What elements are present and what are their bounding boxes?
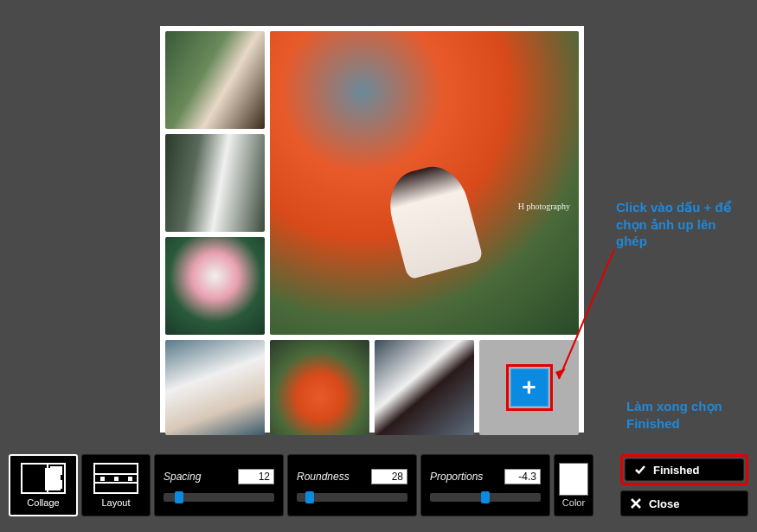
color-label: Color bbox=[562, 497, 585, 508]
annotation-highlight: + bbox=[506, 364, 553, 411]
close-icon bbox=[630, 497, 642, 510]
collage-cell-main[interactable]: H photography bbox=[270, 31, 579, 335]
color-control[interactable]: Color bbox=[554, 454, 593, 516]
add-image-button[interactable]: + bbox=[510, 369, 549, 407]
watermark-text: H photography bbox=[518, 202, 570, 211]
mode-collage-button[interactable]: Collage bbox=[9, 454, 78, 516]
slider-label: Roundness bbox=[297, 471, 350, 483]
proportions-control[interactable]: Proportions -4.3 bbox=[420, 454, 550, 516]
collage-cell[interactable] bbox=[270, 340, 369, 435]
toolbar: Collage Layout Spacing 12 Roundness 28 P… bbox=[9, 454, 748, 516]
button-label: Close bbox=[649, 497, 679, 510]
color-swatch[interactable] bbox=[559, 463, 588, 496]
spacing-value[interactable]: 12 bbox=[238, 469, 274, 484]
collage-canvas: H photography + bbox=[160, 26, 584, 433]
slider-label: Proportions bbox=[430, 471, 483, 483]
close-button[interactable]: Close bbox=[620, 490, 748, 516]
proportions-value[interactable]: -4.3 bbox=[504, 469, 541, 484]
button-label: Finished bbox=[653, 464, 699, 477]
collage-cell-empty[interactable]: + bbox=[479, 340, 579, 435]
slider-thumb[interactable] bbox=[481, 491, 490, 503]
collage-cell[interactable] bbox=[165, 31, 265, 129]
roundness-control[interactable]: Roundness 28 bbox=[287, 454, 417, 516]
slider-label: Spacing bbox=[164, 471, 201, 483]
mode-layout-button[interactable]: Layout bbox=[81, 454, 151, 516]
collage-cell[interactable] bbox=[165, 340, 265, 435]
layout-icon bbox=[93, 463, 138, 494]
annotation-tip-add: Click vào dấu + để chọn ảnh up lên ghép bbox=[616, 199, 746, 250]
annotation-highlight: Finished bbox=[620, 454, 748, 485]
collage-icon bbox=[21, 463, 66, 494]
spacing-slider[interactable] bbox=[164, 493, 274, 502]
slider-thumb[interactable] bbox=[175, 491, 183, 503]
annotation-tip-finished: Làm xong chọn Finished bbox=[626, 398, 747, 432]
finished-button[interactable]: Finished bbox=[625, 458, 744, 481]
roundness-value[interactable]: 28 bbox=[371, 469, 407, 484]
mode-label: Layout bbox=[101, 497, 130, 508]
action-buttons: Finished Close bbox=[620, 454, 748, 516]
collage-cell[interactable] bbox=[165, 134, 265, 232]
collage-cell[interactable] bbox=[375, 340, 474, 435]
proportions-slider[interactable] bbox=[430, 493, 541, 502]
slider-thumb[interactable] bbox=[305, 491, 314, 503]
spacing-control[interactable]: Spacing 12 bbox=[154, 454, 284, 516]
check-icon bbox=[634, 464, 646, 476]
collage-cell[interactable] bbox=[165, 237, 265, 335]
roundness-slider[interactable] bbox=[297, 493, 407, 502]
mode-label: Collage bbox=[27, 497, 59, 508]
